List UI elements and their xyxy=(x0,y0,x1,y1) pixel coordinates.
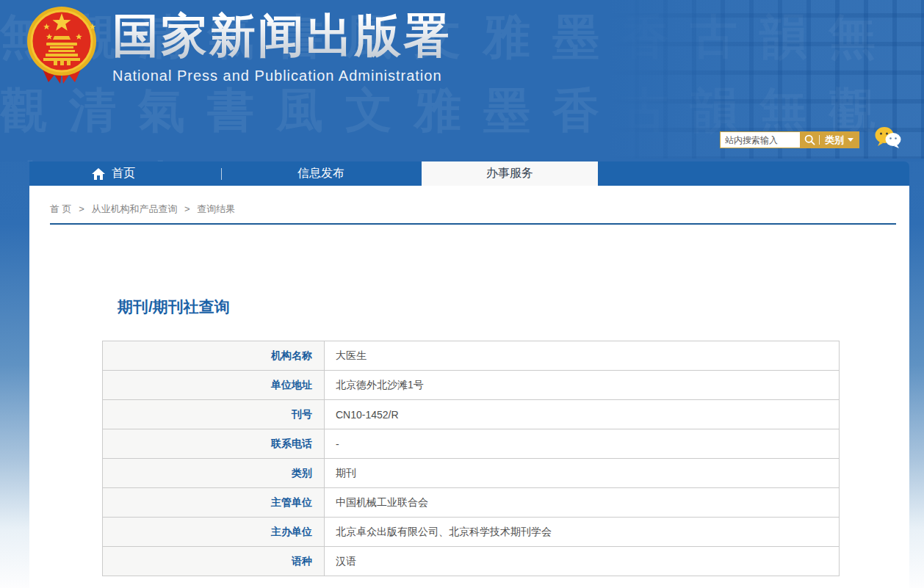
site-search: 类别 xyxy=(720,131,859,148)
nav-item-info-release[interactable]: 信息发布 xyxy=(297,161,344,186)
row-value: 北京卓众出版有限公司、北京科学技术期刊学会 xyxy=(325,518,840,547)
row-label: 联系电话 xyxy=(103,429,325,459)
row-value: 北京德外北沙滩1号 xyxy=(325,371,840,400)
site-title: 国家新闻出版署 xyxy=(112,4,452,66)
row-label: 主办单位 xyxy=(103,518,325,547)
nav-item-home[interactable]: 首页 xyxy=(92,161,135,186)
search-divider xyxy=(819,135,820,145)
nav-item-label: 首页 xyxy=(112,166,135,181)
breadcrumb-current: 查询结果 xyxy=(197,203,235,214)
table-row: 机构名称大医生 xyxy=(103,341,840,371)
table-row: 主管单位中国机械工业联合会 xyxy=(103,488,840,518)
query-result-table: 机构名称大医生单位地址北京德外北沙滩1号刊号CN10-1452/R联系电话-类别… xyxy=(102,341,840,576)
row-value: 中国机械工业联合会 xyxy=(325,488,840,518)
wechat-icon[interactable] xyxy=(874,126,902,153)
query-result-table-body: 机构名称大医生单位地址北京德外北沙滩1号刊号CN10-1452/R联系电话-类别… xyxy=(103,341,840,576)
nav-divider xyxy=(221,168,222,180)
site-header: 無觀清氣書風文雅墨香古韻無觀清氣書風文雅墨香古韻無觀清氣書風 国家新闻出 xyxy=(0,0,924,161)
row-label: 类别 xyxy=(103,459,325,488)
site-subtitle-en: National Press and Publication Administr… xyxy=(112,68,452,84)
china-national-emblem-logo xyxy=(24,4,99,88)
breadcrumb-separator: > xyxy=(184,203,190,214)
content-panel: 首 页 > 从业机构和产品查询 > 查询结果 期刊/期刊社查询 机构名称大医生单… xyxy=(29,186,909,588)
nav-item-label: 办事服务 xyxy=(486,166,533,181)
row-value: 期刊 xyxy=(325,459,840,488)
table-row: 联系电话- xyxy=(103,429,840,459)
breadcrumb-home-link[interactable]: 首 页 xyxy=(50,203,72,214)
nav-item-services-active[interactable]: 办事服务 xyxy=(422,161,598,186)
breadcrumb-query-link[interactable]: 从业机构和产品查询 xyxy=(91,203,177,214)
table-row: 主办单位北京卓众出版有限公司、北京科学技术期刊学会 xyxy=(103,518,840,547)
row-label: 刊号 xyxy=(103,400,325,429)
home-icon xyxy=(92,168,105,180)
table-row: 类别期刊 xyxy=(103,459,840,488)
row-label: 机构名称 xyxy=(103,341,325,371)
brand-block: 国家新闻出版署 National Press and Publication A… xyxy=(112,4,452,84)
table-row: 语种汉语 xyxy=(103,547,840,576)
breadcrumb: 首 页 > 从业机构和产品查询 > 查询结果 xyxy=(29,186,909,216)
table-row: 单位地址北京德外北沙滩1号 xyxy=(103,371,840,400)
row-value: CN10-1452/R xyxy=(325,400,840,429)
row-value: 大医生 xyxy=(325,341,840,371)
category-dropdown[interactable]: 类别 xyxy=(825,134,844,147)
page-title: 期刊/期刊社查询 xyxy=(118,297,909,317)
search-input[interactable] xyxy=(720,131,800,148)
main-nav: 首页 信息发布 办事服务 xyxy=(29,161,909,186)
table-row: 刊号CN10-1452/R xyxy=(103,400,840,429)
nav-item-label: 信息发布 xyxy=(297,166,344,181)
row-label: 单位地址 xyxy=(103,371,325,400)
chevron-down-icon[interactable] xyxy=(848,138,853,142)
search-controls: 类别 xyxy=(800,131,859,148)
row-value: - xyxy=(325,429,840,459)
row-label: 语种 xyxy=(103,547,325,576)
row-value: 汉语 xyxy=(325,547,840,576)
breadcrumb-rule xyxy=(50,223,896,225)
row-label: 主管单位 xyxy=(103,488,325,518)
breadcrumb-separator: > xyxy=(79,203,84,214)
search-icon[interactable] xyxy=(804,134,815,145)
